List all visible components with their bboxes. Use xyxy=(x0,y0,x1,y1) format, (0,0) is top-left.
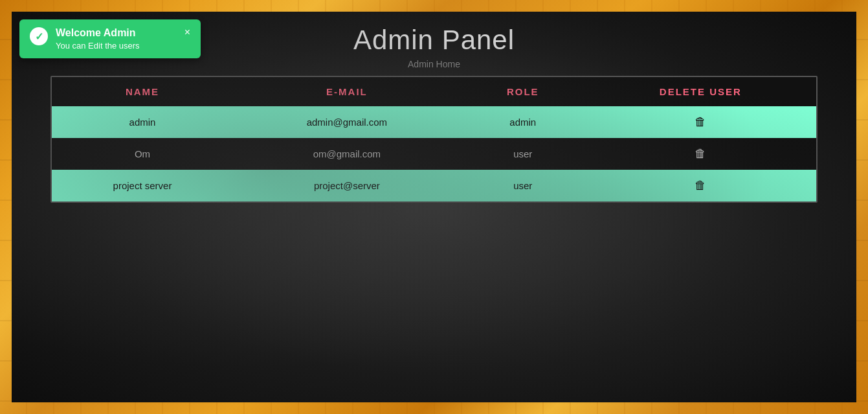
users-table: NAME E-MAIL ROLE DELETE USER adminadmin@… xyxy=(52,77,816,201)
cell-email: project@server xyxy=(233,170,461,201)
toast-notification: Welcome Admin You can Edit the users × xyxy=(19,19,201,58)
page-subtitle: Admin Home xyxy=(12,59,856,69)
cell-name: project server xyxy=(52,170,233,201)
toast-close-button[interactable]: × xyxy=(184,27,190,38)
trash-icon: 🗑 xyxy=(695,115,706,129)
main-content: Welcome Admin You can Edit the users × A… xyxy=(12,12,856,402)
toast-check-icon xyxy=(30,27,48,45)
table-header-row: NAME E-MAIL ROLE DELETE USER xyxy=(52,77,816,106)
cell-delete: 🗑 xyxy=(585,106,816,138)
toast-message: You can Edit the users xyxy=(56,41,177,51)
cell-role: user xyxy=(461,138,585,170)
wood-frame: Welcome Admin You can Edit the users × A… xyxy=(0,0,868,414)
table-row: project serverproject@serveruser🗑 xyxy=(52,170,816,201)
delete-user-button[interactable]: 🗑 xyxy=(689,146,711,162)
cell-name: Om xyxy=(52,138,233,170)
table-row: Omom@gmail.comuser🗑 xyxy=(52,138,816,170)
cell-role: user xyxy=(461,170,585,201)
toast-text-container: Welcome Admin You can Edit the users xyxy=(56,27,177,51)
table-row: adminadmin@gmail.comadmin🗑 xyxy=(52,106,816,138)
col-header-email: E-MAIL xyxy=(233,77,461,106)
trash-icon: 🗑 xyxy=(695,179,706,192)
users-table-container: NAME E-MAIL ROLE DELETE USER adminadmin@… xyxy=(50,76,818,203)
trash-icon: 🗑 xyxy=(695,147,706,161)
col-header-delete: DELETE USER xyxy=(585,77,816,106)
col-header-name: NAME xyxy=(52,77,233,106)
cell-delete: 🗑 xyxy=(585,138,816,170)
delete-user-button[interactable]: 🗑 xyxy=(689,114,711,130)
cell-email: admin@gmail.com xyxy=(233,106,461,138)
toast-title: Welcome Admin xyxy=(56,27,177,39)
cell-name: admin xyxy=(52,106,233,138)
cell-email: om@gmail.com xyxy=(233,138,461,170)
cell-role: admin xyxy=(461,106,585,138)
cell-delete: 🗑 xyxy=(585,170,816,201)
col-header-role: ROLE xyxy=(461,77,585,106)
delete-user-button[interactable]: 🗑 xyxy=(689,178,711,194)
